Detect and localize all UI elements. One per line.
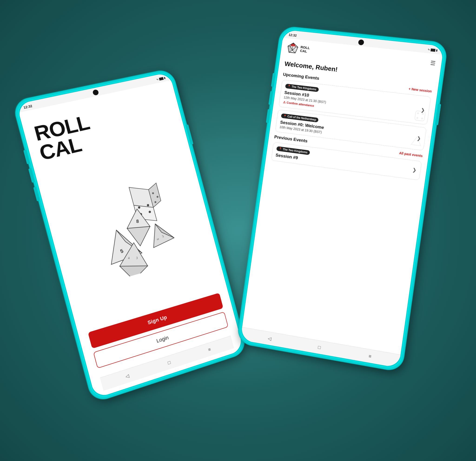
battery-icon-left: ▮	[164, 76, 166, 79]
time-left: 12:32	[23, 104, 33, 110]
app-logo-icon	[286, 41, 299, 54]
dice-svg: 8 5	[82, 173, 182, 283]
right-phone-content: ROLL CAL ☰ Welcome, Ruben! Upcoming Even…	[240, 38, 442, 368]
back-icon-right[interactable]: ◁	[268, 335, 272, 341]
svg-marker-17	[120, 266, 148, 280]
home-icon-right[interactable]: □	[318, 344, 321, 350]
svg-marker-36	[411, 136, 422, 145]
warning-icon-1: ⚠	[283, 100, 286, 104]
status-icons-left: ∿ ███ ▮	[156, 76, 166, 81]
camera-notch-right	[358, 39, 364, 45]
dice-watermark-1	[413, 109, 427, 122]
pin-icon-3: 📍	[279, 147, 282, 150]
phone-left: 12:32 ∿ ███ ▮ ROLL CAL	[12, 68, 247, 403]
svg-marker-20	[145, 219, 174, 248]
upcoming-title: Upcoming Events	[283, 72, 320, 81]
previous-title: Previous Events	[274, 134, 308, 144]
signal-icon-right: ███	[430, 48, 435, 51]
new-session-link[interactable]: + New session	[408, 87, 432, 93]
svg-point-34	[416, 117, 418, 119]
phone-right: 12:32 ∿ ███ ▮	[237, 26, 448, 372]
all-past-events-link[interactable]: All past events	[399, 151, 423, 158]
scene: 12:32 ∿ ███ ▮ ROLL CAL	[52, 33, 424, 428]
svg-text:8: 8	[136, 219, 139, 224]
main-content: Welcome, Ruben! Upcoming Events + New se…	[242, 56, 440, 355]
phone-left-outer: 12:32 ∿ ███ ▮ ROLL CAL	[12, 68, 247, 403]
phone-left-inner: 12:32 ∿ ███ ▮ ROLL CAL	[16, 72, 244, 399]
recents-icon-left[interactable]: ≡	[208, 346, 212, 352]
campaign-name-2: Call of the Netherdeep	[287, 115, 316, 121]
wifi-icon-right: ∿	[427, 48, 430, 51]
svg-text:3: 3	[136, 256, 138, 260]
home-icon-left[interactable]: □	[167, 359, 171, 366]
logo-text: ROLL CAL	[300, 45, 310, 54]
svg-rect-31	[415, 111, 425, 121]
battery-icon-right: ▮	[436, 49, 438, 52]
left-phone-content: ROLL CAL	[19, 80, 244, 398]
dice-container: 8 5	[82, 173, 182, 283]
chevron-icon-3: ❯	[412, 167, 417, 173]
signal-icon-left: ███	[159, 77, 163, 80]
svg-point-35	[421, 117, 423, 119]
session-title-3: Session #9	[275, 152, 416, 176]
svg-point-32	[417, 112, 419, 114]
campaign-name-1: The Two Kingdoms	[291, 85, 316, 91]
campaign-name-3: The Two Kingdoms	[283, 147, 308, 154]
pin-icon-2: 📍	[283, 114, 287, 117]
camera-notch-left	[92, 89, 99, 95]
dice-watermark-2	[410, 135, 423, 148]
status-icons-right: ∿ ███ ▮	[427, 48, 438, 52]
svg-text:4: 4	[128, 256, 130, 260]
svg-point-33	[422, 112, 424, 115]
recents-icon-right[interactable]: ≡	[368, 353, 372, 359]
phone-right-outer: 12:32 ∿ ███ ▮	[237, 26, 448, 372]
wifi-icon-left: ∿	[156, 78, 159, 81]
logo-area: ROLL CAL	[286, 41, 311, 56]
back-icon-left[interactable]: ◁	[125, 373, 130, 379]
hamburger-menu[interactable]: ☰	[430, 60, 436, 67]
pin-icon-1: 📍	[287, 84, 291, 88]
time-right: 12:32	[289, 33, 297, 37]
phone-right-inner: 12:32 ∿ ███ ▮	[240, 29, 444, 368]
